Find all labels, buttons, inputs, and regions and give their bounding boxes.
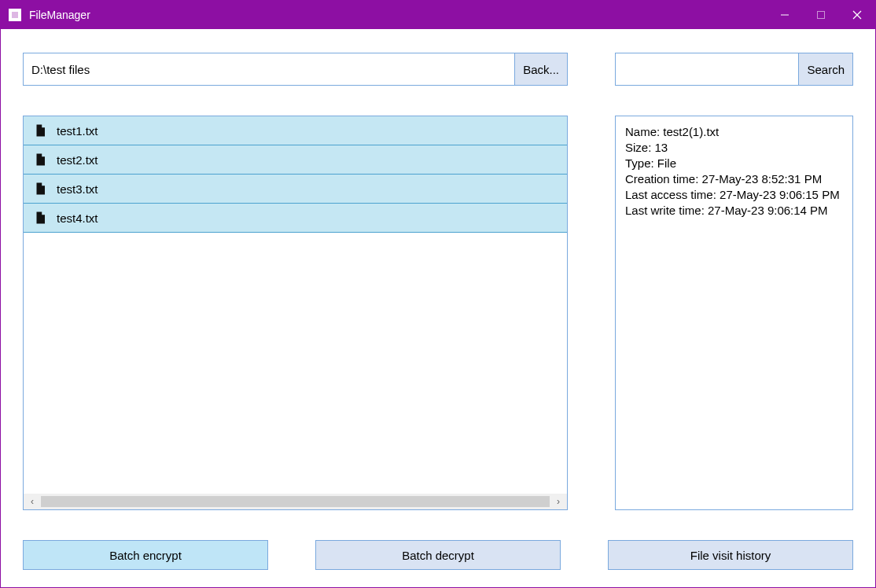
- scroll-left-icon: ‹: [27, 496, 38, 507]
- file-icon: [33, 211, 47, 225]
- content-area: Back... Search test1.txt test2.: [1, 29, 875, 587]
- scroll-thumb[interactable]: [41, 496, 550, 507]
- path-group: Back...: [23, 53, 568, 86]
- list-item[interactable]: test3.txt: [24, 175, 567, 204]
- app-icon: [9, 9, 21, 21]
- app-window: FileManager Back... Search: [0, 0, 876, 588]
- detail-name: Name: test2(1).txt: [625, 124, 843, 140]
- list-item[interactable]: test1.txt: [24, 116, 567, 145]
- close-button[interactable]: [839, 1, 875, 29]
- detail-write: Last write time: 27-May-23 9:06:14 PM: [625, 203, 843, 219]
- file-name: test3.txt: [57, 182, 98, 196]
- scroll-right-icon: ›: [553, 496, 564, 507]
- minimize-icon: [780, 10, 790, 20]
- batch-encrypt-button[interactable]: Batch encrypt: [23, 540, 268, 570]
- file-icon: [33, 123, 47, 138]
- detail-access: Last access time: 27-May-23 9:06:15 PM: [625, 187, 843, 203]
- back-button[interactable]: Back...: [514, 53, 567, 85]
- file-name: test1.txt: [57, 124, 98, 138]
- svg-rect-1: [818, 12, 825, 19]
- list-item[interactable]: test2.txt: [24, 145, 567, 175]
- search-button[interactable]: Search: [798, 53, 852, 85]
- file-icon: [33, 182, 47, 196]
- file-icon: [33, 153, 47, 167]
- maximize-button[interactable]: [803, 1, 839, 29]
- file-visit-history-button[interactable]: File visit history: [608, 540, 853, 570]
- path-input[interactable]: [24, 53, 514, 85]
- file-list: test1.txt test2.txt test3.txt: [23, 116, 568, 510]
- maximize-icon: [816, 10, 826, 20]
- file-name: test2.txt: [57, 153, 98, 167]
- detail-type: Type: File: [625, 156, 843, 171]
- window-title: FileManager: [29, 9, 90, 21]
- file-items: test1.txt test2.txt test3.txt: [24, 116, 567, 494]
- bottom-buttons: Batch encrypt Batch decrypt File visit h…: [23, 540, 853, 570]
- search-group: Search: [615, 53, 853, 86]
- detail-size: Size: 13: [625, 140, 843, 156]
- minimize-button[interactable]: [767, 1, 803, 29]
- list-item[interactable]: test4.txt: [24, 204, 567, 233]
- horizontal-scrollbar[interactable]: ‹ ›: [24, 494, 567, 509]
- file-details: Name: test2(1).txt Size: 13 Type: File C…: [615, 116, 853, 510]
- titlebar: FileManager: [1, 1, 875, 29]
- close-icon: [852, 10, 862, 20]
- detail-creation: Creation time: 27-May-23 8:52:31 PM: [625, 171, 843, 187]
- search-input[interactable]: [616, 53, 798, 85]
- file-name: test4.txt: [57, 211, 98, 225]
- batch-decrypt-button[interactable]: Batch decrypt: [315, 540, 561, 570]
